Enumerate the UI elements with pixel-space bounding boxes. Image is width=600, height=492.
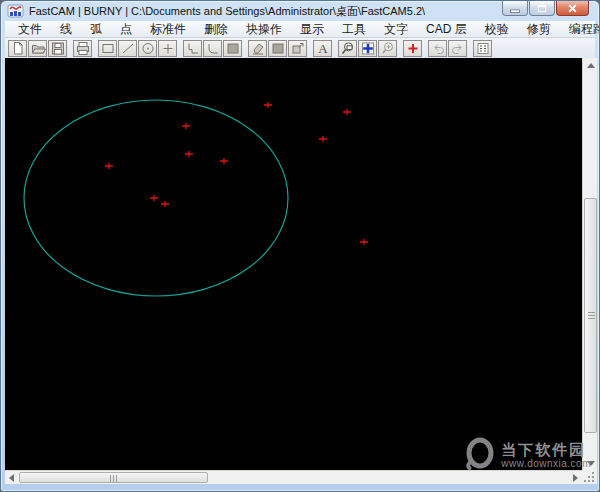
- save-file-icon: [50, 41, 66, 56]
- line-tool-button[interactable]: [118, 40, 137, 57]
- point-marker: [150, 195, 158, 201]
- undo-button[interactable]: [428, 40, 447, 57]
- erase-tool-icon: [250, 41, 266, 56]
- point-marker: [360, 239, 368, 245]
- corner-tool-button[interactable]: [183, 40, 202, 57]
- minimize-button[interactable]: [502, 1, 528, 16]
- resize-grip[interactable]: [582, 470, 597, 484]
- block-select-tool-icon: [270, 41, 286, 56]
- menu-item-line[interactable]: 线: [51, 21, 81, 37]
- print-button[interactable]: [73, 40, 92, 57]
- vertical-scrollbar-thumb[interactable]: [584, 198, 597, 433]
- menu-item-point[interactable]: 点: [111, 21, 141, 37]
- menu-item-tools[interactable]: 工具: [333, 21, 375, 37]
- vertical-scrollbar[interactable]: [582, 58, 597, 470]
- block-fill-tool-button[interactable]: [223, 40, 242, 57]
- point-tool-icon: [160, 41, 176, 56]
- print-icon: [75, 41, 91, 56]
- minimize-icon: [503, 1, 527, 16]
- zoom-magnifier-tool-button[interactable]: [378, 40, 397, 57]
- point-tool-button[interactable]: [158, 40, 177, 57]
- save-file-button[interactable]: [48, 40, 67, 57]
- toolbar: A: [5, 38, 595, 58]
- redo-icon: [450, 41, 466, 56]
- scroll-up-arrow-icon[interactable]: [587, 63, 595, 68]
- point-marker: [220, 158, 228, 164]
- canvas-svg: [5, 58, 582, 470]
- drawing-canvas[interactable]: [5, 58, 582, 470]
- new-file-button[interactable]: [8, 40, 27, 57]
- point-marker: [182, 123, 190, 129]
- zoom-window-tool-icon: [340, 41, 356, 56]
- menu-item-trim[interactable]: 修剪: [518, 21, 560, 37]
- fillet-tool-icon: [205, 41, 221, 56]
- menu-item-file[interactable]: 文件: [9, 21, 51, 37]
- menu-item-arc[interactable]: 弧: [81, 21, 111, 37]
- zoom-extents-tool-icon: [360, 41, 376, 56]
- undo-icon: [430, 41, 446, 56]
- menu-item-delete[interactable]: 删除: [195, 21, 237, 37]
- point-marker: [161, 201, 169, 207]
- block-out-tool-button[interactable]: [288, 40, 307, 57]
- rectangle-tool-button[interactable]: [98, 40, 117, 57]
- menu-item-verify[interactable]: 校验: [476, 21, 518, 37]
- close-icon: [557, 1, 588, 16]
- redo-button[interactable]: [448, 40, 467, 57]
- title-bar[interactable]: FastCAM | BURNY | C:\Documents and Setti…: [1, 1, 599, 21]
- block-select-tool-button[interactable]: [268, 40, 287, 57]
- fillet-tool-button[interactable]: [203, 40, 222, 57]
- add-point-tool-icon: [405, 41, 421, 56]
- zoom-extents-tool-button[interactable]: [358, 40, 377, 57]
- scroll-down-arrow-icon[interactable]: [587, 461, 595, 466]
- fastcam-window: FastCAM | BURNY | C:\Documents and Setti…: [0, 0, 600, 492]
- control-points-tool-button[interactable]: [473, 40, 492, 57]
- point-marker: [343, 109, 351, 115]
- text-tool-button[interactable]: A: [313, 40, 332, 57]
- erase-tool-button[interactable]: [248, 40, 267, 57]
- menu-item-cad-layer[interactable]: CAD 层: [417, 21, 476, 37]
- block-fill-tool-icon: [225, 41, 241, 56]
- text-tool-icon: A: [315, 41, 331, 56]
- new-file-icon: [10, 41, 26, 56]
- maximize-button[interactable]: [529, 1, 555, 16]
- rectangle-tool-icon: [100, 41, 116, 56]
- menu-item-text[interactable]: 文字: [375, 21, 417, 37]
- menu-item-display[interactable]: 显示: [291, 21, 333, 37]
- zoom-magnifier-tool-icon: [380, 41, 396, 56]
- block-out-tool-icon: [290, 41, 306, 56]
- client-area: [5, 58, 597, 484]
- line-tool-icon: [120, 41, 136, 56]
- menu-item-program-path[interactable]: 编程路径: [560, 21, 600, 37]
- point-marker: [264, 102, 272, 108]
- control-points-tool-icon: [475, 41, 491, 56]
- scroll-right-arrow-icon[interactable]: [573, 474, 578, 482]
- window-controls: [501, 1, 589, 16]
- point-marker: [319, 136, 327, 142]
- open-file-button[interactable]: [28, 40, 47, 57]
- maximize-icon: [530, 1, 554, 16]
- menu-bar: 文件线弧点标准件删除块操作显示工具文字CAD 层校验修剪编程路径-控制点语言: [5, 21, 595, 38]
- circle-tool-button[interactable]: [138, 40, 157, 57]
- close-button[interactable]: [556, 1, 589, 16]
- svg-text:A: A: [318, 41, 328, 56]
- app-icon: [7, 4, 24, 18]
- circle-tool-icon: [140, 41, 156, 56]
- open-file-icon: [30, 41, 46, 56]
- point-marker: [185, 151, 193, 157]
- scroll-left-arrow-icon[interactable]: [9, 474, 14, 482]
- menu-item-block-ops[interactable]: 块操作: [237, 21, 291, 37]
- zoom-window-tool-button[interactable]: [338, 40, 357, 57]
- corner-tool-icon: [185, 41, 201, 56]
- menu-item-standard-parts[interactable]: 标准件: [141, 21, 195, 37]
- point-marker: [105, 163, 113, 169]
- horizontal-scrollbar-thumb[interactable]: [19, 472, 208, 483]
- horizontal-scrollbar[interactable]: [5, 470, 582, 484]
- window-title: FastCAM | BURNY | C:\Documents and Setti…: [29, 4, 425, 19]
- add-point-tool-button[interactable]: [403, 40, 422, 57]
